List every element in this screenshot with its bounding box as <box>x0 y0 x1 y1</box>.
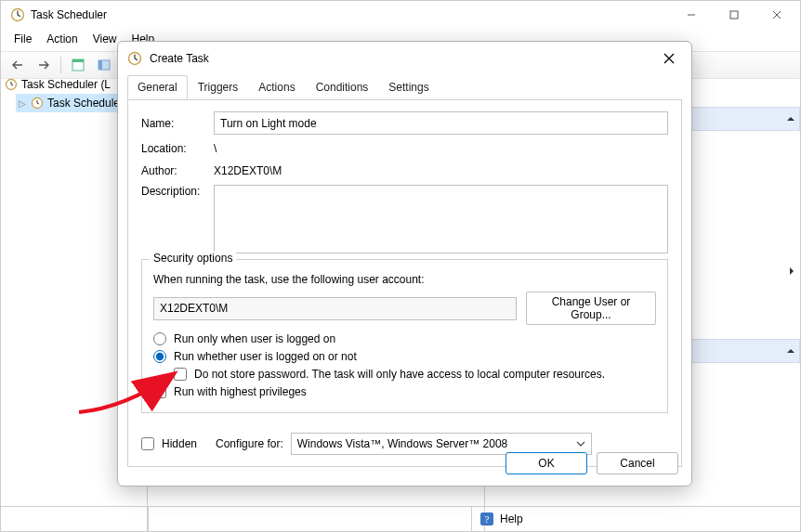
app-icon <box>10 7 25 22</box>
change-user-button[interactable]: Change User or Group... <box>526 292 656 325</box>
close-button[interactable] <box>755 1 798 29</box>
titlebar: Task Scheduler <box>1 1 800 29</box>
name-label: Name: <box>141 117 214 130</box>
checkbox-highest-input[interactable] <box>153 385 166 398</box>
svg-rect-5 <box>98 60 102 70</box>
dialog-title: Create Task <box>150 52 209 65</box>
checkbox-highest-privileges[interactable]: Run with highest privileges <box>153 385 656 398</box>
minimize-button[interactable] <box>670 1 713 29</box>
security-legend: Security options <box>150 252 236 265</box>
svg-rect-1 <box>730 11 738 19</box>
description-input[interactable] <box>214 185 668 253</box>
user-account-box: X12DEXT0\M <box>153 297 517 320</box>
configure-for-label: Configure for: <box>216 437 283 450</box>
radio-logged-or-not[interactable]: Run whether user is logged on or not <box>153 350 656 363</box>
tab-conditions[interactable]: Conditions <box>306 75 379 99</box>
ok-button[interactable]: OK <box>506 452 587 474</box>
menu-action[interactable]: Action <box>41 31 83 47</box>
tab-actions[interactable]: Actions <box>248 75 305 99</box>
radio-logged-or-not-input[interactable] <box>153 350 166 363</box>
checkbox-hidden[interactable]: Hidden <box>141 437 197 450</box>
security-options-group: Security options When running the task, … <box>141 259 668 413</box>
status-bar: ? Help <box>1 506 800 531</box>
clock-icon <box>127 51 142 66</box>
checkbox-no-password[interactable]: Do not store password. The task will onl… <box>174 368 656 381</box>
location-label: Location: <box>141 142 214 155</box>
chevron-right-icon[interactable]: ▷ <box>18 98 27 108</box>
author-value: X12DEXT0\M <box>214 162 668 179</box>
svg-rect-3 <box>72 59 84 62</box>
radio-logged-on[interactable]: Run only when user is logged on <box>153 332 656 345</box>
description-label: Description: <box>141 185 214 198</box>
radio-logged-on-input[interactable] <box>153 332 166 345</box>
svg-text:?: ? <box>485 513 490 525</box>
author-label: Author: <box>141 164 214 177</box>
cancel-button[interactable]: Cancel <box>597 452 678 474</box>
status-help-label: Help <box>500 513 523 526</box>
clock-icon <box>31 97 44 110</box>
location-value: \ <box>214 140 668 157</box>
window-title: Task Scheduler <box>31 8 670 21</box>
dialog-titlebar: Create Task <box>118 42 691 75</box>
dialog-close-button[interactable] <box>656 45 682 71</box>
chevron-down-icon <box>576 439 585 448</box>
maximize-button[interactable] <box>713 1 755 29</box>
tab-triggers[interactable]: Triggers <box>188 75 249 99</box>
create-task-dialog: Create Task General Triggers Actions Con… <box>117 41 692 487</box>
tree-root-label: Task Scheduler (L <box>21 78 111 91</box>
tab-body-general: Name: Location: \ Author: X12DEXT0\M Des… <box>127 99 682 467</box>
menu-file[interactable]: File <box>8 31 37 47</box>
checkbox-hidden-input[interactable] <box>141 437 154 450</box>
checkbox-no-password-input[interactable] <box>174 368 187 381</box>
tab-general[interactable]: General <box>127 75 188 99</box>
status-help[interactable]: ? Help <box>472 507 523 531</box>
clock-icon <box>5 78 18 91</box>
tab-settings[interactable]: Settings <box>378 75 439 99</box>
tree-library-label: Task Schedule <box>47 97 120 110</box>
security-prompt: When running the task, use the following… <box>153 273 656 286</box>
tab-strip: General Triggers Actions Conditions Sett… <box>127 75 682 99</box>
task-name-input[interactable] <box>214 111 668 135</box>
